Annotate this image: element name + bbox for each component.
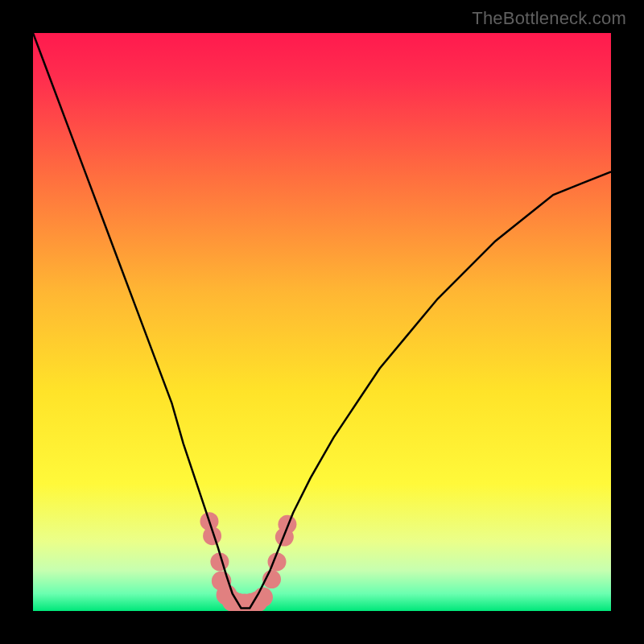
watermark-text: TheBottleneck.com xyxy=(472,8,626,29)
highlight-band xyxy=(200,512,297,611)
plot-area xyxy=(33,33,611,611)
curve-layer xyxy=(33,33,611,611)
bottleneck-curve xyxy=(33,33,611,608)
chart-frame: TheBottleneck.com xyxy=(0,0,644,644)
svg-point-15 xyxy=(278,515,296,534)
